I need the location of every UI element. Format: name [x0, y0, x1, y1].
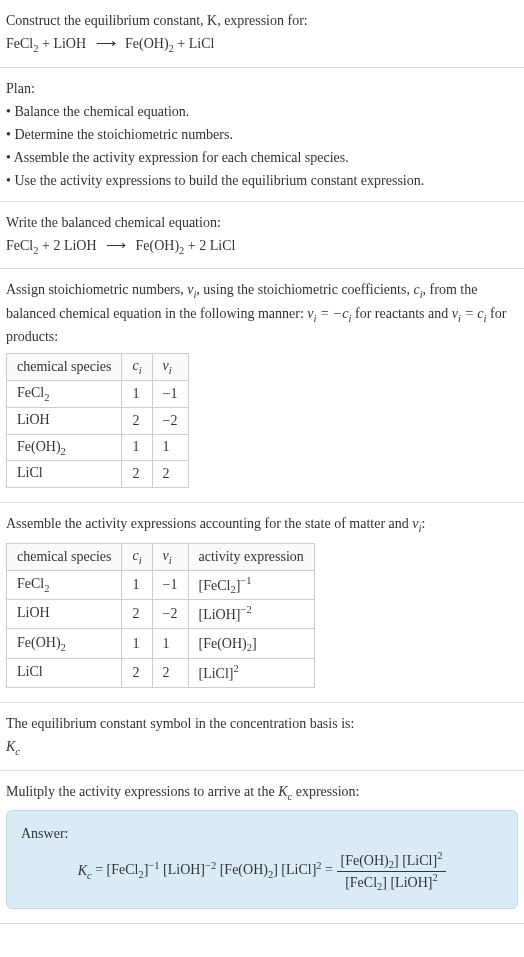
multiply-section: Mulitply the activity expressions to arr… — [0, 771, 524, 924]
cell-species: FeCl2 — [7, 570, 122, 599]
cell-c: 2 — [122, 599, 152, 628]
prompt-text: Construct the equilibrium constant, K, e… — [6, 13, 308, 28]
p1b: , using the stoichiometric coefficients, — [196, 282, 413, 297]
th-species: chemical species — [7, 543, 122, 570]
table-header-row: chemical species ci νi activity expressi… — [7, 543, 315, 570]
cell-c: 2 — [122, 461, 152, 488]
multiply-text: Mulitply the activity expressions to arr… — [6, 781, 518, 805]
cell-activity: [FeCl2]−1 — [188, 570, 314, 599]
answer-label: Answer: — [21, 823, 503, 844]
activity-heading: Assemble the activity expressions accoun… — [6, 513, 518, 537]
cell-activity: [LiCl]2 — [188, 658, 314, 687]
cell-c: 1 — [122, 570, 152, 599]
table-row: LiCl 2 2 [LiCl]2 — [7, 658, 315, 687]
kc-text: The equilibrium constant symbol in the c… — [6, 713, 518, 734]
cell-nu: 2 — [152, 658, 188, 687]
cell-activity: [LiOH]−2 — [188, 599, 314, 628]
balanced-heading: Write the balanced chemical equation: — [6, 212, 518, 233]
stoich-section: Assign stoichiometric numbers, νi, using… — [0, 269, 524, 503]
table-row: LiOH 2 −2 [LiOH]−2 — [7, 599, 315, 628]
plan-bullet-1: • Balance the chemical equation. — [6, 101, 518, 122]
stoich-table: chemical species ci νi FeCl2 1 −1 LiOH 2… — [6, 353, 189, 488]
balanced-equation: FeCl2 + 2 LiOH ⟶ Fe(OH)2 + 2 LiCl — [6, 235, 518, 259]
fraction: [Fe(OH)2] [LiCl]2[FeCl2] [LiOH]2 — [337, 850, 447, 892]
plan-section: Plan: • Balance the chemical equation. •… — [0, 68, 524, 202]
unbalanced-equation: FeCl2 + LiOH ⟶ Fe(OH)2 + LiCl — [6, 33, 518, 57]
th-activity: activity expression — [188, 543, 314, 570]
table-row: Fe(OH)2 1 1 — [7, 434, 189, 461]
activity-section: Assemble the activity expressions accoun… — [0, 503, 524, 703]
bal-rhs1: Fe(OH) — [136, 238, 180, 253]
cell-activity: [Fe(OH)2] — [188, 629, 314, 658]
table-row: LiCl 2 2 — [7, 461, 189, 488]
plan-bullet-2: • Determine the stoichiometric numbers. — [6, 124, 518, 145]
prompt-section: Construct the equilibrium constant, K, e… — [0, 0, 524, 68]
cell-c: 1 — [122, 434, 152, 461]
nu-eq-prod: νi = ci — [452, 306, 487, 321]
table-row: LiOH 2 −2 — [7, 407, 189, 434]
cell-nu: 2 — [152, 461, 188, 488]
prompt-line1: Construct the equilibrium constant, K, e… — [6, 10, 518, 31]
cell-nu: −2 — [152, 599, 188, 628]
kc-symbol-section: The equilibrium constant symbol in the c… — [0, 703, 524, 771]
cell-species: LiCl — [7, 461, 122, 488]
eq-rhs2: + LiCl — [174, 36, 215, 51]
cell-nu: −1 — [152, 570, 188, 599]
kc-symbol: Kc — [6, 736, 518, 760]
bal-lhs1: FeCl — [6, 238, 33, 253]
arrow-icon: ⟶ — [96, 36, 116, 51]
c-i: ci — [413, 282, 422, 297]
table-row: FeCl2 1 −1 [FeCl2]−1 — [7, 570, 315, 599]
eq-rhs1: Fe(OH) — [125, 36, 169, 51]
cell-species: FeCl2 — [7, 380, 122, 407]
cell-c: 1 — [122, 380, 152, 407]
table-row: Fe(OH)2 1 1 [Fe(OH)2] — [7, 629, 315, 658]
fraction-numerator: [Fe(OH)2] [LiCl]2 — [337, 850, 447, 871]
cell-nu: −2 — [152, 407, 188, 434]
cell-species: LiOH — [7, 407, 122, 434]
nu-eq-react: νi = −ci — [307, 306, 351, 321]
th-nui: νi — [152, 543, 188, 570]
table-header-row: chemical species ci νi — [7, 354, 189, 381]
cell-species: LiCl — [7, 658, 122, 687]
stoich-paragraph: Assign stoichiometric numbers, νi, using… — [6, 279, 518, 347]
th-ci: ci — [122, 354, 152, 381]
bal-lhs2: + 2 LiOH — [38, 238, 96, 253]
activity-table: chemical species ci νi activity expressi… — [6, 543, 315, 689]
cell-c: 1 — [122, 629, 152, 658]
eq-lhs1: FeCl — [6, 36, 33, 51]
balanced-section: Write the balanced chemical equation: Fe… — [0, 202, 524, 270]
nu-i: νi — [187, 282, 196, 297]
cell-species: LiOH — [7, 599, 122, 628]
bal-rhs2: + 2 LiCl — [184, 238, 235, 253]
p1a: Assign stoichiometric numbers, — [6, 282, 187, 297]
cell-c: 2 — [122, 658, 152, 687]
arrow-icon: ⟶ — [106, 238, 126, 253]
cell-nu: −1 — [152, 380, 188, 407]
plan-bullet-3: • Assemble the activity expression for e… — [6, 147, 518, 168]
th-species: chemical species — [7, 354, 122, 381]
table-row: FeCl2 1 −1 — [7, 380, 189, 407]
answer-equation: Kc = [FeCl2]−1 [LiOH]−2 [Fe(OH)2] [LiCl]… — [21, 850, 503, 892]
plan-bullet-4: • Use the activity expressions to build … — [6, 170, 518, 191]
th-ci: ci — [122, 543, 152, 570]
p1d: for reactants and — [351, 306, 451, 321]
th-nui: νi — [152, 354, 188, 381]
eq-lhs2: + LiOH — [38, 36, 86, 51]
plan-heading: Plan: — [6, 78, 518, 99]
cell-nu: 1 — [152, 434, 188, 461]
cell-species: Fe(OH)2 — [7, 629, 122, 658]
cell-c: 2 — [122, 407, 152, 434]
answer-box: Answer: Kc = [FeCl2]−1 [LiOH]−2 [Fe(OH)2… — [6, 810, 518, 909]
cell-nu: 1 — [152, 629, 188, 658]
fraction-denominator: [FeCl2] [LiOH]2 — [337, 872, 447, 892]
cell-species: Fe(OH)2 — [7, 434, 122, 461]
